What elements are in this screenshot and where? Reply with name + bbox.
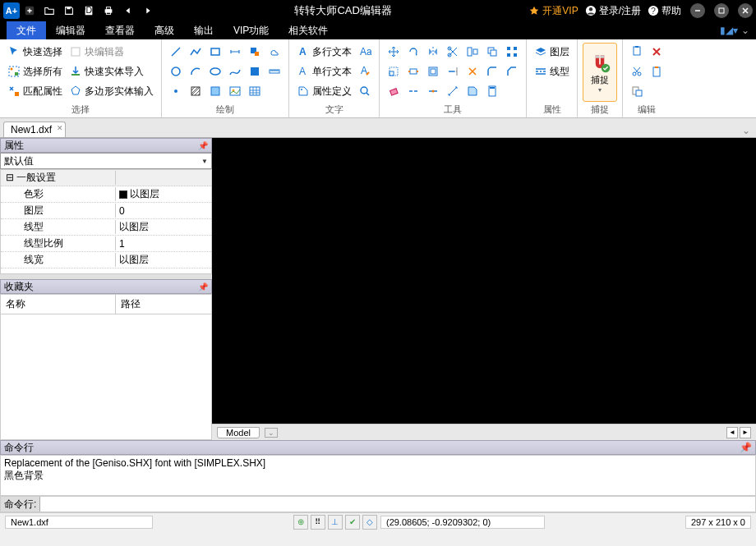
status-ortho-icon[interactable]: ⊥ [328, 515, 343, 530]
cloud-icon[interactable] [265, 43, 284, 61]
find-icon[interactable] [356, 82, 374, 100]
minimize-button[interactable] [690, 3, 705, 18]
tab-advanced[interactable]: 高级 [145, 21, 184, 39]
point-icon[interactable] [167, 82, 185, 100]
text-style-icon[interactable]: Aa [356, 43, 374, 61]
undo-icon[interactable] [119, 2, 137, 20]
chamfer-icon[interactable] [503, 62, 521, 80]
document-tab[interactable]: New1.dxf✕ [3, 122, 66, 137]
open-file-icon[interactable] [40, 2, 58, 20]
close-tab-icon[interactable]: ✕ [57, 124, 63, 132]
linetype-button[interactable]: 线型 [532, 62, 572, 80]
calculator-icon[interactable] [483, 82, 501, 100]
status-polar-icon[interactable]: ✔ [345, 515, 360, 530]
close-button[interactable] [738, 3, 753, 18]
match-prop-button[interactable]: 匹配属性 [5, 82, 65, 100]
break-icon[interactable] [404, 82, 422, 100]
layer-button[interactable]: 图层 [532, 43, 572, 61]
stretch-icon[interactable] [404, 62, 422, 80]
mirror-icon[interactable] [424, 43, 442, 61]
command-input[interactable] [40, 497, 755, 512]
login-button[interactable]: 登录/注册 [585, 4, 641, 18]
move-icon[interactable] [385, 43, 403, 61]
hatch-icon[interactable] [187, 82, 205, 100]
tab-dropdown-icon[interactable]: ⌄ [265, 428, 278, 438]
arc-icon[interactable] [187, 62, 205, 80]
scroll-right-icon[interactable]: ► [740, 427, 751, 438]
help-button[interactable]: ?帮助 [648, 4, 681, 18]
rect-icon[interactable] [206, 43, 224, 61]
favorites-panel-header[interactable]: 收藏夹 📌 [0, 279, 212, 294]
ruler-icon[interactable] [265, 62, 284, 80]
command-log[interactable]: Replacement of the [Geniso.SHX] font wit… [0, 455, 756, 496]
scroll-left-icon[interactable]: ◄ [726, 427, 738, 438]
prop-section[interactable]: ⊟ 一般设置 [1, 170, 211, 186]
layer-combo[interactable]: 默认值▼ [0, 153, 212, 169]
command-panel-header[interactable]: 命令行 📌 [0, 440, 756, 455]
poly-input-button[interactable]: 多边形实体输入 [67, 82, 156, 100]
cut-icon[interactable] [628, 62, 646, 80]
favorites-list[interactable] [0, 314, 212, 440]
dimension-icon[interactable] [226, 43, 244, 61]
properties-panel-header[interactable]: 属性 📌 [0, 138, 212, 153]
prop-row-color[interactable]: 色彩以图层 [1, 186, 211, 203]
prop-row-layer[interactable]: 图层0 [1, 203, 211, 219]
attdef-button[interactable]: 属性定义 [294, 82, 354, 100]
table-icon[interactable] [246, 82, 264, 100]
ellipse-icon[interactable] [206, 62, 224, 80]
text-edit-icon[interactable]: A [356, 62, 374, 80]
trim-icon[interactable] [444, 43, 462, 61]
status-snap-icon[interactable]: ⊕ [293, 515, 308, 530]
region-icon[interactable] [206, 82, 224, 100]
area-icon[interactable] [463, 82, 482, 100]
measure-icon[interactable] [444, 82, 462, 100]
pin-icon[interactable]: 📌 [198, 282, 208, 291]
fillet-icon[interactable] [483, 62, 501, 80]
tab-output[interactable]: 输出 [184, 21, 224, 39]
pin-icon[interactable]: 📌 [198, 141, 208, 150]
circle-icon[interactable] [167, 62, 185, 80]
quick-import-button[interactable]: 快速实体导入 [67, 62, 156, 80]
snap-button[interactable]: 捕捉 ▾ [583, 43, 617, 102]
scale-icon[interactable] [385, 62, 403, 80]
model-tab[interactable]: Model [217, 427, 260, 438]
spline-icon[interactable] [226, 62, 244, 80]
col-path[interactable]: 路径 [116, 295, 211, 314]
save-icon[interactable] [60, 2, 78, 20]
explode-icon[interactable] [463, 62, 482, 80]
clipboard-paste-icon[interactable] [628, 82, 646, 100]
prop-row-linetype[interactable]: 线型以图层 [1, 219, 211, 236]
array-icon[interactable] [503, 43, 521, 61]
offset-icon[interactable] [424, 62, 442, 80]
pdf-icon[interactable]: PDF [80, 2, 98, 20]
align-icon[interactable] [463, 43, 482, 61]
print-icon[interactable] [99, 2, 118, 20]
polyline-icon[interactable] [187, 43, 205, 61]
tab-related[interactable]: 相关软件 [279, 21, 338, 39]
tab-vip[interactable]: VIP功能 [224, 21, 279, 39]
pin-icon[interactable]: 📌 [740, 442, 752, 453]
image-icon[interactable] [226, 82, 244, 100]
redo-icon[interactable] [139, 2, 157, 20]
delete-icon[interactable] [648, 43, 666, 61]
tab-file[interactable]: 文件 [7, 21, 46, 39]
tabs-expand-icon[interactable]: ⌄ [740, 124, 753, 137]
open-vip-button[interactable]: 开通VIP [528, 4, 578, 18]
clipboard-copy-icon[interactable] [628, 43, 646, 61]
prop-row-ltscale[interactable]: 线型比例1 [1, 236, 211, 252]
property-grid[interactable]: ⊟ 一般设置 色彩以图层 图层0 线型以图层 线型比例1 线宽以图层 [0, 169, 212, 274]
collapse-ribbon-icon[interactable]: ⌄ [741, 25, 749, 36]
hatch-fill-icon[interactable] [246, 62, 264, 80]
extend-icon[interactable] [444, 62, 462, 80]
stext-button[interactable]: A单行文本 [294, 62, 354, 80]
maximize-button[interactable] [714, 3, 729, 18]
drawing-canvas[interactable] [212, 138, 756, 424]
quick-select-button[interactable]: 快速选择 [5, 43, 65, 61]
tab-editor[interactable]: 编辑器 [46, 21, 95, 39]
block-insert-icon[interactable] [246, 43, 264, 61]
prop-row-lineweight[interactable]: 线宽以图层 [1, 252, 211, 268]
mtext-button[interactable]: A多行文本 [294, 43, 354, 61]
join-icon[interactable] [424, 82, 442, 100]
line-icon[interactable] [167, 43, 185, 61]
paste-icon[interactable] [648, 62, 666, 80]
